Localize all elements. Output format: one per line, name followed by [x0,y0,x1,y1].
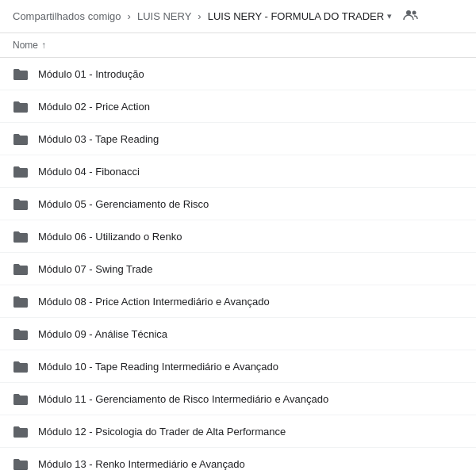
file-name: Módulo 01 - Introdução [38,68,463,80]
folder-icon [13,196,29,212]
file-name: Módulo 13 - Renko Intermediário e Avança… [38,458,463,470]
folder-icon [13,391,29,407]
list-item[interactable]: Módulo 04 - Fibonacci [0,155,476,188]
breadcrumb-sep-1: › [128,10,131,22]
file-name: Módulo 07 - Swing Trade [38,263,463,275]
folder-icon [13,326,29,342]
list-item[interactable]: Módulo 03 - Tape Reading [0,123,476,155]
file-name: Módulo 10 - Tape Reading Intermediário e… [38,361,463,373]
file-name: Módulo 11 - Gerenciamento de Risco Inter… [38,393,463,405]
breadcrumb-dropdown-icon[interactable]: ▾ [387,11,392,21]
breadcrumb-level2: LUIS NERY - FORMULA DO TRADER ▾ [208,10,393,22]
folder-icon [13,261,29,277]
file-list: Módulo 01 - Introdução Módulo 02 - Price… [0,58,476,474]
folder-icon [13,98,29,114]
folder-icon [13,423,29,439]
list-item[interactable]: Módulo 05 - Gerenciamento de Risco [0,188,476,220]
file-name: Módulo 05 - Gerenciamento de Risco [38,198,463,210]
list-item[interactable]: Módulo 10 - Tape Reading Intermediário e… [0,350,476,383]
list-item[interactable]: Módulo 08 - Price Action Intermediário e… [0,285,476,318]
file-name: Módulo 12 - Psicologia do Trader de Alta… [38,426,463,438]
list-item[interactable]: Módulo 12 - Psicologia do Trader de Alta… [0,415,476,448]
folder-icon [13,358,29,374]
svg-point-0 [406,10,411,15]
folder-icon [13,131,29,147]
list-item[interactable]: Módulo 01 - Introdução [0,58,476,90]
folder-icon [13,163,29,179]
list-item[interactable]: Módulo 02 - Price Action [0,90,476,123]
file-name: Módulo 08 - Price Action Intermediário e… [38,296,463,308]
column-name-sort[interactable]: Nome ↑ [13,40,46,51]
column-header: Nome ↑ [0,33,476,58]
file-name: Módulo 03 - Tape Reading [38,133,463,145]
sort-icon: ↑ [41,40,46,51]
folder-icon [13,293,29,309]
breadcrumb-root[interactable]: Compartilhados comigo [13,10,121,22]
file-name: Módulo 02 - Price Action [38,101,463,113]
list-item[interactable]: Módulo 09 - Análise Técnica [0,318,476,350]
folder-icon [13,456,29,472]
breadcrumb-sep-2: › [198,10,201,22]
folder-icon [13,66,29,82]
file-name: Módulo 06 - Utilizando o Renko [38,231,463,243]
breadcrumb: Compartilhados comigo › LUIS NERY › LUIS… [0,0,476,33]
folder-icon [13,228,29,244]
file-name: Módulo 09 - Análise Técnica [38,328,463,340]
list-item[interactable]: Módulo 06 - Utilizando o Renko [0,220,476,253]
list-item[interactable]: Módulo 07 - Swing Trade [0,253,476,285]
breadcrumb-level1[interactable]: LUIS NERY [137,10,191,22]
list-item[interactable]: Módulo 13 - Renko Intermediário e Avança… [0,448,476,474]
list-item[interactable]: Módulo 11 - Gerenciamento de Risco Inter… [0,383,476,415]
svg-point-1 [413,11,416,15]
people-icon[interactable] [403,10,419,23]
file-name: Módulo 04 - Fibonacci [38,166,463,178]
